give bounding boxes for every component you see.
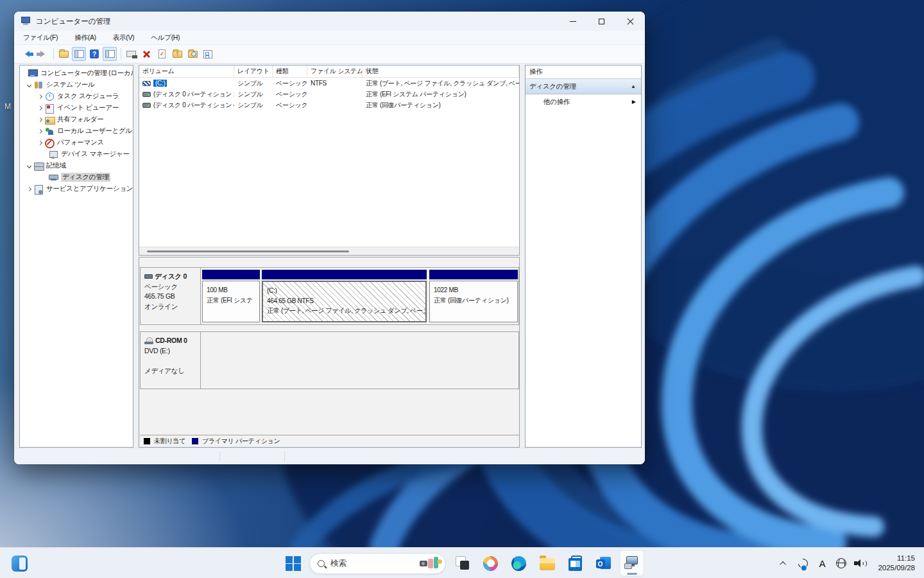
update-sync-icon[interactable] — [794, 552, 811, 575]
search-box[interactable]: 検索 — [309, 553, 446, 574]
volume-icon — [142, 81, 151, 86]
partition-c[interactable]: (C:) 464.65 GB NTFS 正常 (ブート, ページ ファイル, ク… — [262, 270, 427, 322]
console-tree-toggle-icon[interactable] — [72, 47, 86, 61]
window-titlebar[interactable]: コンピューターの管理 — [14, 12, 645, 31]
actions-group-disk-management[interactable]: ディスクの管理 ▲ — [526, 79, 641, 94]
menu-help[interactable]: ヘルプ(H) — [146, 32, 185, 44]
close-button[interactable] — [616, 12, 645, 31]
volume-list: ボリューム レイアウト 種類 ファイル システム 状態 (C:) シンプル ベー… — [139, 65, 520, 256]
task-scheduler-icon — [45, 92, 55, 101]
partition-efi[interactable]: 100 MB 正常 (EFI システ — [202, 270, 260, 322]
properties-icon[interactable] — [155, 47, 169, 61]
tree-item-performance[interactable]: パフォーマンス — [20, 137, 133, 148]
computer-management-icon — [624, 556, 640, 570]
minimize-button[interactable] — [558, 12, 587, 31]
computer-icon — [28, 69, 38, 78]
file-explorer-button[interactable] — [535, 550, 559, 576]
window-title: コンピューターの管理 — [36, 17, 111, 26]
tree-item-shared-folders[interactable]: 共有フォルダー — [20, 114, 133, 125]
tree-item-system-tools[interactable]: システム ツール — [20, 79, 133, 91]
expand-chevron-icon[interactable] — [38, 94, 42, 98]
tree-item-services[interactable]: サービスとアプリケーション — [20, 183, 133, 195]
partition-color-band — [262, 270, 427, 279]
back-icon[interactable] — [20, 47, 34, 61]
cdrom-region — [201, 332, 518, 389]
store-button[interactable] — [563, 550, 587, 576]
disk-graphical-view: ディスク 0 ベーシック 465.75 GB オンライン 100 MB 正常 (… — [139, 257, 520, 448]
scrollbar-thumb[interactable] — [147, 250, 349, 252]
network-globe-icon[interactable] — [833, 552, 850, 575]
collapse-arrow-icon[interactable]: ▲ — [631, 83, 636, 89]
tree-item-event-viewer[interactable]: イベント ビューアー — [20, 102, 133, 114]
primary-color-swatch — [192, 438, 198, 444]
actions-item-more[interactable]: 他の操作 ▶ — [526, 94, 641, 109]
collapse-chevron-icon[interactable] — [27, 82, 31, 87]
expand-chevron-icon[interactable] — [38, 117, 42, 121]
performance-icon — [45, 139, 55, 147]
event-viewer-icon — [45, 104, 55, 112]
delete-icon[interactable] — [139, 47, 153, 61]
col-layout[interactable]: レイアウト — [234, 66, 273, 77]
edge-button[interactable] — [507, 550, 531, 576]
up-level-icon[interactable] — [56, 47, 71, 61]
col-fs[interactable]: ファイル システム — [307, 66, 363, 77]
desktop-icon-label[interactable]: M — [4, 102, 11, 111]
computer-management-taskbar-button[interactable] — [620, 550, 644, 576]
clock-time: 11:15 — [878, 554, 915, 563]
tree-item-task-scheduler[interactable]: タスク スケジューラ — [20, 91, 133, 102]
col-volume[interactable]: ボリューム — [139, 66, 234, 77]
computer-management-window: コンピューターの管理 ファイル(F) 操作(A) 表示(V) ヘルプ(H) ? … — [14, 12, 645, 464]
tree-item-storage[interactable]: 記憶域 — [20, 160, 133, 171]
taskbar-clock[interactable]: 11:15 2025/09/28 — [871, 554, 919, 573]
expand-chevron-icon[interactable] — [27, 186, 31, 191]
copilot-icon — [483, 556, 498, 571]
computer-management-icon — [21, 17, 31, 26]
tray-chevron-icon[interactable] — [775, 552, 792, 575]
help-icon[interactable]: ? — [87, 47, 101, 61]
tree-item-device-manager[interactable]: デバイス マネージャー — [20, 148, 133, 160]
widgets-button[interactable] — [8, 552, 31, 575]
menu-view[interactable]: 表示(V) — [108, 32, 140, 44]
task-view-button[interactable] — [450, 550, 474, 576]
horizontal-scrollbar[interactable] — [139, 247, 519, 255]
search-placeholder: 検索 — [330, 558, 420, 569]
tree-root[interactable]: コンピューターの管理 (ローカル) — [20, 67, 133, 79]
tree-item-disk-management[interactable]: ディスクの管理 — [20, 171, 133, 183]
action-pane-toggle-icon[interactable] — [103, 47, 117, 61]
expand-chevron-icon[interactable] — [38, 140, 42, 144]
system-tools-icon — [34, 81, 44, 89]
windows-logo-icon — [286, 556, 300, 571]
ime-mode-icon[interactable]: A — [814, 552, 830, 575]
cdrom-info[interactable]: CD-ROM 0 DVD (E:) メディアなし — [141, 332, 201, 389]
start-button[interactable] — [281, 550, 305, 576]
status-bar — [14, 448, 645, 464]
col-status[interactable]: 状態 — [363, 66, 519, 77]
menu-action[interactable]: 操作(A) — [69, 32, 101, 44]
menu-file[interactable]: ファイル(F) — [18, 32, 63, 44]
volume-icon[interactable] — [852, 552, 869, 575]
volume-row-p4[interactable]: (ディスク 0 パーティション 4) シンプル ベーシック 正常 (回復パーティ… — [139, 100, 519, 110]
copilot-button[interactable] — [479, 550, 502, 576]
tree-item-local-users[interactable]: ローカル ユーザーとグループ — [20, 125, 133, 137]
maximize-button[interactable] — [587, 12, 616, 31]
device-icon[interactable] — [124, 47, 138, 61]
legend: 未割り当て プライマリ パーティション — [140, 435, 519, 446]
disk-icon — [144, 274, 153, 279]
volume-list-header: ボリューム レイアウト 種類 ファイル システム 状態 — [139, 66, 519, 78]
outlook-button[interactable]: O — [592, 550, 615, 576]
partition-recovery[interactable]: 1022 MB 正常 (回復パーティション) — [429, 270, 518, 322]
collapse-chevron-icon[interactable] — [27, 163, 31, 168]
disk0-partitions: 100 MB 正常 (EFI システ (C:) 464.65 GB NTFS 正… — [201, 268, 518, 324]
disk0-info[interactable]: ディスク 0 ベーシック 465.75 GB オンライン — [141, 268, 201, 324]
outlook-icon: O — [596, 556, 612, 570]
volume-row-p1[interactable]: (ディスク 0 パーティション 1) シンプル ベーシック 正常 (EFI シス… — [139, 89, 519, 100]
expand-chevron-icon[interactable] — [38, 105, 42, 110]
volume-row-c[interactable]: (C:) シンプル ベーシック NTFS 正常 (ブート, ページ ファイル, … — [139, 78, 519, 89]
expand-arrow-icon[interactable]: ▶ — [632, 99, 636, 105]
col-type[interactable]: 種類 — [273, 66, 307, 77]
expand-chevron-icon[interactable] — [38, 128, 42, 133]
forward-icon[interactable] — [35, 47, 49, 61]
folder-up-icon[interactable] — [170, 47, 184, 61]
tasklist-icon[interactable] — [201, 47, 215, 61]
folder-search-icon[interactable] — [185, 47, 200, 61]
